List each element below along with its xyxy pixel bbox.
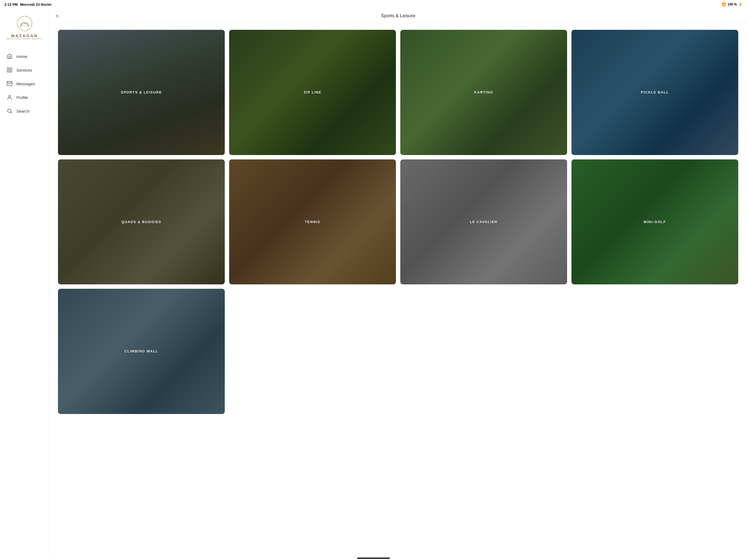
status-bar-right: 📶 100 % 🔋 bbox=[722, 2, 743, 6]
svg-rect-3 bbox=[7, 71, 9, 72]
sports-leisure-label: SPORTS & LEISURE bbox=[119, 90, 164, 94]
mini-golf-overlay: MINI-GOLF bbox=[571, 159, 738, 285]
page-title: Sports & Leisure bbox=[56, 13, 741, 19]
svg-rect-4 bbox=[10, 71, 12, 72]
person-icon bbox=[6, 94, 12, 100]
zip-line-overlay: ZIP LINE bbox=[229, 30, 396, 155]
sidebar-item-home-label: Home bbox=[17, 54, 27, 59]
quads-buggies-label: QUADS & BUGGIES bbox=[119, 220, 163, 224]
grid-item-mini-golf[interactable]: MINI-GOLF bbox=[571, 159, 738, 285]
status-bar: 2:12 PM Mercredi 23 février 📶 100 % 🔋 bbox=[0, 0, 747, 9]
grid-item-climbing-wall[interactable]: CLIMBING WALL bbox=[58, 289, 225, 414]
back-button[interactable]: < bbox=[56, 13, 59, 19]
mazagan-logo-icon bbox=[17, 15, 33, 32]
grid-item-sports-leisure[interactable]: SPORTS & LEISURE bbox=[58, 30, 225, 155]
grid-item-tennis[interactable]: TENNIS bbox=[229, 159, 396, 285]
home-indicator bbox=[0, 555, 747, 560]
search-icon bbox=[6, 108, 12, 114]
sidebar: MAZAGAN BEACH & GOLF RESORT MOROCCO Home bbox=[0, 9, 49, 555]
tennis-label: TENNIS bbox=[303, 220, 323, 224]
karting-overlay: KARTING bbox=[400, 30, 567, 155]
sidebar-item-profile-label: Profile bbox=[17, 95, 28, 100]
le-cavalier-label: LE CAVALIER bbox=[468, 220, 499, 224]
climbing-wall-label: CLIMBING WALL bbox=[122, 349, 160, 353]
climbing-wall-overlay: CLIMBING WALL bbox=[58, 289, 225, 414]
sidebar-item-services[interactable]: Services bbox=[0, 63, 49, 77]
sidebar-item-search[interactable]: Search bbox=[0, 104, 49, 118]
status-bar-left: 2:12 PM Mercredi 23 février bbox=[4, 2, 52, 6]
page-header: < Sports & Leisure bbox=[49, 9, 747, 23]
main-content: < Sports & Leisure SPORTS & LEISURE ZIP … bbox=[49, 9, 747, 555]
svg-rect-1 bbox=[7, 68, 9, 70]
grid-item-karting[interactable]: KARTING bbox=[400, 30, 567, 155]
app-container: MAZAGAN BEACH & GOLF RESORT MOROCCO Home bbox=[0, 9, 747, 555]
sidebar-item-messages[interactable]: Messages bbox=[0, 77, 49, 91]
home-icon bbox=[6, 53, 12, 59]
mini-golf-label: MINI-GOLF bbox=[641, 220, 668, 224]
svg-rect-2 bbox=[10, 68, 12, 70]
activity-grid: SPORTS & LEISURE ZIP LINE KARTING bbox=[49, 23, 747, 421]
logo-text-sub: BEACH & GOLF RESORT MOROCCO bbox=[6, 38, 42, 40]
sidebar-item-services-label: Services bbox=[17, 68, 32, 73]
grid-item-pickle-ball[interactable]: PICKLE BALL bbox=[571, 30, 738, 155]
sports-leisure-overlay: SPORTS & LEISURE bbox=[58, 30, 225, 155]
date-display: Mercredi 23 février bbox=[20, 2, 52, 6]
sidebar-item-search-label: Search bbox=[17, 109, 29, 113]
karting-label: KARTING bbox=[472, 90, 495, 94]
battery-display: 100 % bbox=[728, 2, 737, 6]
svg-line-8 bbox=[11, 112, 12, 113]
time-display: 2:12 PM bbox=[4, 2, 18, 6]
grid-icon bbox=[6, 67, 12, 73]
sidebar-item-home[interactable]: Home bbox=[0, 50, 49, 63]
le-cavalier-overlay: LE CAVALIER bbox=[400, 159, 567, 285]
zip-line-label: ZIP LINE bbox=[301, 90, 324, 94]
pickle-ball-label: PICKLE BALL bbox=[639, 90, 671, 94]
tennis-overlay: TENNIS bbox=[229, 159, 396, 285]
sidebar-item-profile[interactable]: Profile bbox=[0, 91, 49, 104]
battery-icon: 🔋 bbox=[739, 2, 743, 6]
envelope-icon bbox=[6, 81, 12, 87]
grid-item-le-cavalier[interactable]: LE CAVALIER bbox=[400, 159, 567, 285]
logo-area: MAZAGAN BEACH & GOLF RESORT MOROCCO bbox=[0, 15, 49, 40]
grid-item-quads-buggies[interactable]: QUADS & BUGGIES bbox=[58, 159, 225, 285]
home-bar bbox=[357, 558, 390, 559]
pickle-ball-overlay: PICKLE BALL bbox=[571, 30, 738, 155]
svg-point-6 bbox=[8, 96, 10, 97]
grid-item-zip-line[interactable]: ZIP LINE bbox=[229, 30, 396, 155]
quads-buggies-overlay: QUADS & BUGGIES bbox=[58, 159, 225, 285]
wifi-icon: 📶 bbox=[722, 2, 726, 6]
logo-text-main: MAZAGAN bbox=[11, 33, 38, 38]
sidebar-item-messages-label: Messages bbox=[17, 81, 35, 86]
